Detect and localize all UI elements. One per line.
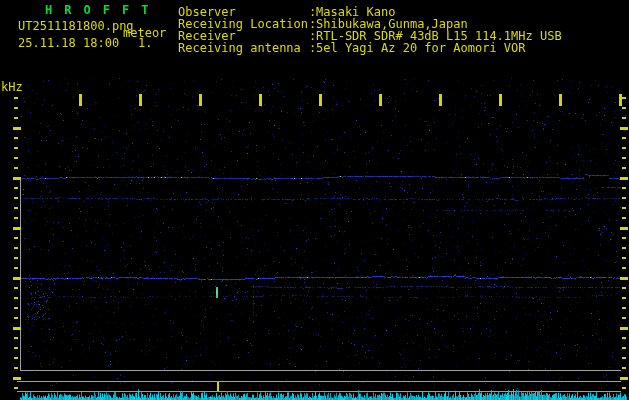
- field-value: 5el Yagi Az 20 for Aomori VOR: [316, 42, 526, 55]
- capture-filename: UT2511181800.png: [18, 20, 134, 33]
- y-axis-unit: kHz: [1, 81, 23, 94]
- field-label: Receiving antenna: [178, 42, 301, 55]
- spectrogram-canvas: [0, 0, 629, 400]
- hrofft-screen: H R O F F T UT2511181800.png meteor 25.1…: [0, 0, 629, 400]
- app-title: H R O F F T: [45, 4, 151, 17]
- capture-counter: 1.: [138, 37, 152, 50]
- capture-datetime: 25.11.18 18:00: [18, 37, 119, 50]
